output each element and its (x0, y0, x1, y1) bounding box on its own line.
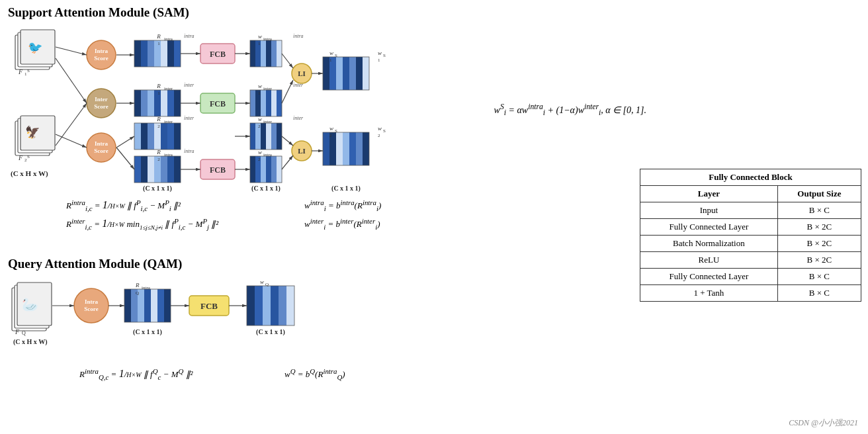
table-row: 1 + Tanh B × C (640, 285, 861, 302)
svg-rect-50 (134, 123, 141, 150)
svg-text:LI: LI (298, 69, 306, 77)
svg-text:Inter: Inter (95, 96, 108, 103)
row-relu-size: B × 2C (777, 252, 861, 269)
w1-inter (250, 90, 282, 116)
svg-text:1: 1 (157, 91, 160, 96)
svg-rect-39 (141, 90, 148, 116)
w2-inter (250, 123, 282, 150)
svg-rect-142 (336, 57, 343, 90)
svg-text:Intra: Intra (85, 298, 98, 305)
f1s-stack: 🐦 F 1 S (15, 30, 55, 77)
svg-rect-140 (323, 57, 329, 90)
svg-rect-43 (167, 90, 174, 116)
svg-text:w: w (258, 33, 262, 40)
wq-output (247, 286, 294, 326)
svg-text:(C x 1 x 1): (C x 1 x 1) (331, 185, 361, 193)
svg-text:w: w (258, 116, 262, 122)
svg-rect-28 (148, 40, 154, 67)
svg-text:LI: LI (298, 147, 306, 155)
row-bn-layer: Batch Normalization (640, 236, 778, 252)
fc-table: Fully Connected Block Layer Output Size … (640, 169, 861, 302)
qam-eq1: RintraQ,c = 1/H×W ‖ fQc − MQ ‖² (79, 367, 193, 381)
svg-line-23 (56, 103, 87, 146)
svg-text:(C x 1 x 1): (C x 1 x 1) (133, 328, 162, 336)
svg-rect-156 (349, 132, 356, 165)
svg-text:S: S (383, 53, 386, 58)
svg-rect-185 (144, 289, 151, 322)
table-row: ReLU B × 2C (640, 252, 861, 269)
svg-text:Score: Score (84, 306, 98, 312)
svg-text:Q: Q (136, 290, 139, 296)
row-relu-layer: ReLU (640, 252, 778, 269)
svg-text:2: 2 (378, 133, 380, 138)
svg-rect-111 (271, 123, 277, 150)
svg-rect-66 (161, 156, 167, 183)
table-row: Input B × C (640, 202, 861, 219)
cxhxw-label-sam: (C x H x W) (11, 169, 48, 178)
svg-text:1: 1 (378, 58, 380, 63)
svg-rect-99 (266, 90, 271, 116)
svg-rect-32 (174, 40, 181, 67)
svg-rect-158 (363, 132, 369, 165)
col-layer: Layer (640, 186, 778, 202)
svg-rect-123 (277, 156, 282, 183)
sam-diagram: 🐦 F 1 S 🦅 F 2 S (C x H x W) Intra Score … (5, 19, 581, 224)
svg-text:R: R (156, 149, 161, 155)
svg-rect-90 (277, 40, 282, 67)
svg-text:w: w (329, 125, 333, 132)
svg-rect-187 (157, 289, 164, 322)
svg-text:intra: intra (184, 148, 195, 154)
svg-line-135 (282, 54, 293, 68)
svg-rect-67 (167, 156, 174, 183)
qam-title: Query Attention Module (QAM) (8, 257, 182, 271)
main-equation: wSi = αwintrai + (1−α)winteri, α ∈ [0, 1… (494, 103, 646, 117)
row-fc1-layer: Fully Connected Layer (640, 219, 778, 236)
svg-rect-62 (134, 156, 141, 183)
sam-eq3: wintrai = bintra(Rintrai) (304, 198, 381, 212)
svg-text:2: 2 (157, 157, 160, 162)
svg-line-61 (116, 136, 134, 148)
w1-intra (250, 40, 282, 67)
svg-line-73 (116, 148, 134, 169)
svg-rect-109 (261, 123, 266, 150)
svg-rect-197 (247, 286, 255, 326)
svg-rect-201 (279, 286, 286, 326)
svg-text:Score: Score (94, 103, 108, 110)
row-fc2-size: B × C (777, 269, 861, 285)
sam-title: Support Attention Module (SAM) (8, 5, 189, 20)
svg-rect-44 (174, 90, 181, 116)
svg-rect-186 (151, 289, 157, 322)
svg-rect-51 (141, 123, 148, 150)
svg-rect-182 (124, 289, 131, 322)
row-input-layer: Input (640, 202, 778, 219)
svg-text:intra: intra (164, 36, 173, 42)
fc-table-area: Fully Connected Block Layer Output Size … (640, 169, 861, 302)
svg-text:intra: intra (293, 33, 304, 39)
svg-text:F: F (18, 154, 23, 161)
svg-rect-56 (174, 123, 181, 150)
w2-intra (250, 156, 282, 183)
svg-rect-154 (336, 132, 343, 165)
svg-rect-27 (141, 40, 148, 67)
svg-text:FCB: FCB (210, 99, 226, 108)
svg-text:FCB: FCB (210, 165, 226, 175)
col-output: Output Size (777, 186, 861, 202)
row-input-size: B × C (777, 202, 861, 219)
svg-text:S: S (27, 68, 30, 73)
svg-rect-144 (349, 57, 356, 90)
svg-text:inter: inter (184, 115, 195, 121)
svg-text:inter: inter (293, 115, 304, 121)
svg-rect-200 (271, 286, 279, 326)
svg-text:inter: inter (164, 119, 173, 124)
svg-text:S: S (335, 53, 337, 58)
svg-text:inter: inter (263, 86, 272, 91)
table-row: Fully Connected Layer B × 2C (640, 219, 861, 236)
svg-text:2: 2 (258, 157, 261, 162)
row-tanh-size: B × C (777, 285, 861, 302)
svg-text:intra: intra (184, 33, 195, 39)
svg-rect-143 (343, 57, 349, 90)
svg-rect-63 (141, 156, 148, 183)
f2s-stack: 🦅 F 2 S (15, 116, 55, 163)
svg-text:2: 2 (329, 133, 332, 138)
svg-rect-96 (250, 90, 255, 116)
